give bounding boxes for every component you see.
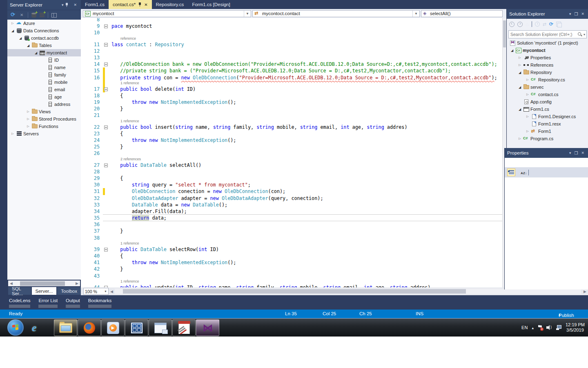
solution-explorer-item-servec[interactable]: ◢servec	[507, 83, 588, 91]
window-menu-icon[interactable]: ▾	[60, 3, 65, 7]
server-explorer-item-age[interactable]: age	[7, 93, 81, 101]
fold-collapse-icon[interactable]	[104, 126, 108, 129]
close-icon[interactable]: ✕	[579, 12, 586, 16]
editor-zoom-select[interactable]: 100 % ▼	[83, 288, 109, 295]
srvadd-icon[interactable]	[40, 13, 45, 18]
solution-explorer-item-repository[interactable]: ◢Repository	[507, 69, 588, 76]
fold-collapse-icon[interactable]	[104, 63, 108, 66]
tree-expanded-arrow[interactable]: ◢	[25, 44, 31, 47]
panel-tab-sql-ser-[interactable]: SQL Ser...	[8, 287, 31, 295]
hscroll-right-arrow[interactable]: ▶	[582, 289, 588, 294]
server-explorer-item-views[interactable]: ▷Views	[7, 108, 81, 115]
bottom-tab-codelens[interactable]: CodeLens	[9, 298, 30, 308]
panel-tab-toolbox[interactable]: Toolbox	[57, 287, 81, 295]
fold-collapse-icon[interactable]	[104, 43, 108, 47]
tree-expanded-arrow[interactable]: ◢	[509, 49, 515, 52]
taskbar-firefox-button[interactable]	[78, 319, 101, 336]
tree-expanded-arrow[interactable]: ◢	[517, 85, 523, 89]
code-editor[interactable]: 89pace mycontoct10reference11lass contac…	[81, 18, 506, 287]
search-input[interactable]	[509, 32, 578, 37]
float-icon[interactable]	[572, 12, 579, 16]
close-icon[interactable]: ✕	[72, 3, 78, 7]
cancel-icon[interactable]	[20, 13, 24, 18]
tree-collapsed-arrow[interactable]: ▷	[525, 130, 530, 133]
solution-explorer-item-contact-cs[interactable]: ▷contact.cs	[507, 91, 588, 98]
panel-tab-server-[interactable]: Server...	[32, 287, 57, 295]
tab-contact-cs-[interactable]: contact.cs*✕	[109, 0, 152, 9]
bottom-tab-error-list[interactable]: Error List	[38, 298, 58, 308]
fold-collapse-icon[interactable]	[104, 25, 108, 28]
close-icon[interactable]: ✕	[579, 151, 586, 155]
codelens-references[interactable]: 1 reference	[120, 119, 139, 123]
solution-explorer-item-app-config[interactable]: App.config	[507, 98, 588, 105]
tree-collapsed-arrow[interactable]: ▷	[525, 78, 530, 81]
server-explorer-item-id[interactable]: ID	[7, 56, 81, 64]
hscroll-thumb[interactable]	[123, 289, 466, 294]
taskbar-display-app-button[interactable]	[149, 319, 172, 336]
language-indicator[interactable]: EN	[521, 325, 528, 330]
solution-explorer-item-form1-resx[interactable]: Form1.resx	[507, 120, 588, 128]
solution-explorer-search[interactable]: ▾	[508, 30, 587, 38]
server-explorer-item-family[interactable]: family	[7, 71, 81, 79]
nav-combo-1[interactable]: mycontoct▼	[83, 10, 251, 17]
codelens-references[interactable]: 1 reference	[120, 81, 139, 85]
tree-collapsed-arrow[interactable]: ▷	[10, 22, 16, 25]
layout-icon[interactable]	[51, 13, 57, 18]
server-explorer-item-mycontact[interactable]: ◢mycontact	[7, 49, 81, 56]
se-hscroll-right-arrow[interactable]: ▶	[74, 281, 80, 285]
codelens-references[interactable]: 2 references	[120, 157, 141, 161]
home-icon[interactable]	[526, 21, 529, 27]
codelens-references[interactable]: 1 reference	[120, 241, 139, 245]
server-explorer-item-data-connections[interactable]: ◢Data Connections	[7, 27, 81, 34]
chevron-down-icon[interactable]: ▼	[104, 290, 107, 293]
fold-collapse-icon[interactable]	[104, 88, 108, 91]
tree-collapsed-arrow[interactable]: ▷	[25, 125, 31, 128]
codelens-references[interactable]: 1 reference	[120, 279, 139, 283]
taskbar-media-player-button[interactable]: ▶	[101, 319, 125, 336]
solution-explorer-item-solution-mycontoct-1-project-[interactable]: Solution 'mycontoct' (1 project)	[507, 39, 588, 47]
nav-combo-3[interactable]: selectAll()	[421, 10, 503, 17]
cat-button[interactable]	[507, 168, 515, 176]
bottom-tab-bookmarks[interactable]: Bookmarks	[88, 298, 112, 308]
tab-form1-cs-design-[interactable]: Form1.cs [Design]	[188, 0, 234, 9]
float-icon[interactable]	[572, 151, 579, 155]
fold-collapse-icon[interactable]	[104, 248, 108, 251]
taskbar-notes-app-button[interactable]	[172, 319, 196, 336]
volume-icon[interactable]: )	[546, 325, 552, 330]
refresh2-icon[interactable]	[549, 21, 553, 27]
tree-collapsed-arrow[interactable]: ▷	[525, 115, 530, 118]
solution-explorer-item-form1[interactable]: ▷Form1	[507, 128, 588, 135]
chevron-down-icon[interactable]: ▼	[244, 11, 249, 17]
tree-collapsed-arrow[interactable]: ▷	[525, 93, 530, 96]
codelens-references[interactable]: reference	[120, 36, 136, 40]
nav-combo-2[interactable]: mycontoct.contact▼	[252, 10, 420, 17]
server-explorer-item-mobile[interactable]: mobile	[7, 79, 81, 86]
az-button[interactable]	[518, 168, 526, 176]
server-explorer-item-address[interactable]: address	[7, 101, 81, 108]
solution-explorer-item-references[interactable]: ▷References	[507, 61, 588, 69]
server-explorer-item-tables[interactable]: ◢Tables	[7, 42, 81, 49]
search-icon[interactable]	[578, 32, 582, 37]
wrench-gray-button[interactable]	[531, 168, 539, 176]
se-hscroll-left-arrow[interactable]: ◀	[8, 281, 14, 285]
fwd-icon[interactable]	[517, 22, 523, 27]
taskbar-window-app-button[interactable]	[125, 319, 148, 336]
tree-expanded-arrow[interactable]: ◢	[10, 29, 16, 33]
tree-expanded-arrow[interactable]: ◢	[18, 36, 23, 40]
tab-form1-cs[interactable]: Form1.cs	[81, 0, 109, 9]
solution-explorer-item-mycontoct[interactable]: ◢mycontoct	[507, 47, 588, 54]
tree-collapsed-arrow[interactable]: ▷	[517, 63, 523, 67]
tab-repository-cs[interactable]: Repository.cs	[152, 0, 188, 9]
window-menu-icon[interactable]: ▾	[568, 151, 573, 155]
server-explorer-item-azure[interactable]: ▷Azure	[7, 20, 81, 27]
action-center-flag-icon[interactable]	[538, 325, 542, 330]
vscroll-thumb[interactable]	[503, 20, 506, 47]
bottom-tab-output[interactable]: Output	[66, 298, 80, 308]
pin-icon[interactable]	[65, 2, 72, 7]
start-button[interactable]	[7, 319, 24, 336]
se-hscroll-thumb[interactable]	[20, 281, 65, 286]
server-explorer-item-email[interactable]: email	[7, 86, 81, 93]
network-icon[interactable]	[556, 325, 561, 330]
fold-collapse-icon[interactable]	[104, 164, 108, 167]
clock-icon[interactable]	[535, 22, 540, 27]
